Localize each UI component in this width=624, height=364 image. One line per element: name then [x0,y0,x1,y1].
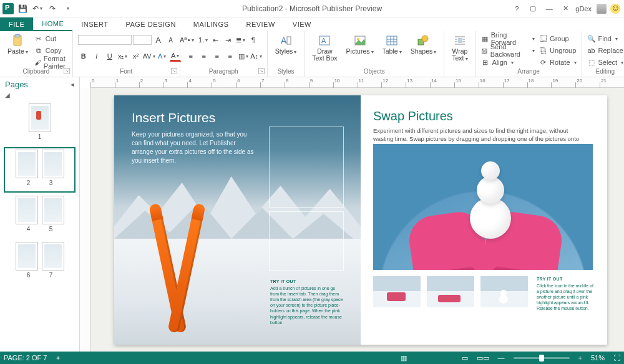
page-thumb-4[interactable] [16,196,38,224]
ruler-horizontal[interactable]: 012345678910111213141516171819202122 [90,77,624,88]
ruler-vertical[interactable] [80,88,90,352]
char-spacing-button[interactable]: AV [144,50,155,62]
cut-button[interactable]: ✂Cut [34,33,67,44]
pointer-mode-icon[interactable]: ⌖ [56,354,60,362]
swap-thumb-1[interactable] [373,276,421,307]
close-button[interactable]: ✕ [559,4,572,14]
feedback-smiley-icon[interactable] [610,4,620,14]
tab-home[interactable]: HOME [33,17,72,31]
draw-textbox-button[interactable]: ADraw Text Box [310,33,339,63]
align-right-button[interactable]: ≡ [212,50,223,62]
italic-button[interactable]: I [91,50,102,62]
zoom-slider[interactable] [514,357,570,359]
tab-page-design[interactable]: PAGE DESIGN [117,17,184,31]
ungroup-button[interactable]: ⿻Ungroup [539,45,576,56]
page-spread[interactable]: Insert Pictures Keep your pictures organ… [114,95,607,345]
pictures-button[interactable]: Pictures [344,33,376,56]
zoom-out-button[interactable]: — [498,354,505,362]
pages-panel-expand-triangle[interactable]: ◢ [0,92,79,98]
page-num-7: 7 [40,272,62,279]
tab-review[interactable]: REVIEW [237,17,283,31]
select-button[interactable]: ⬚Select [587,57,624,68]
picture-placeholder-2[interactable] [269,211,344,271]
page-right[interactable]: Swap Pictures Experiment with different … [361,95,607,345]
qat-customize-button[interactable] [61,2,74,15]
caret-position-icon[interactable]: ▥ [401,354,407,362]
page-thumb-2[interactable] [16,150,38,178]
zoom-slider-thumb[interactable] [539,355,544,362]
clipboard-launcher[interactable]: ↘ [64,68,70,74]
align-center-button[interactable]: ≡ [198,50,210,62]
superscript-button[interactable]: x² [130,50,142,62]
zoom-level-label[interactable]: 51% [591,354,605,362]
help-button[interactable]: ? [510,4,523,14]
styles-icon: A [280,34,292,47]
styles-button[interactable]: A Styles [273,33,300,56]
page-thumb-3[interactable] [42,150,64,178]
page-num-1: 1 [29,133,51,140]
page-thumb-5[interactable] [42,196,64,224]
bold-button[interactable]: B [78,50,89,62]
align-left-button[interactable]: ≡ [185,50,197,62]
qat-save-button[interactable]: 💾 [16,2,29,15]
canvas[interactable]: Insert Pictures Keep your pictures organ… [90,88,624,352]
font-family-input[interactable] [78,35,132,45]
decrease-indent-button[interactable]: ⇤ [210,34,222,46]
shrink-font-button[interactable]: A [165,34,177,46]
shapes-button[interactable]: Shapes [408,33,439,56]
ribbon-display-options[interactable]: ▢ [527,4,539,14]
tab-view[interactable]: VIEW [284,17,320,31]
group-objects-button[interactable]: ⿺Group [539,33,576,44]
tab-file[interactable]: FILE [0,17,33,31]
fit-page-button[interactable]: ⛶ [613,354,620,362]
minimize-button[interactable]: — [543,4,555,14]
underline-button[interactable]: U [104,50,115,62]
pilcrow-button[interactable]: ¶ [248,34,259,46]
swap-thumb-3[interactable] [480,276,528,307]
numbering-button[interactable]: 1. [198,34,209,46]
font-size-input[interactable] [133,35,152,45]
styles-label: Styles [275,48,297,55]
picture-placeholder-1[interactable] [269,127,344,208]
wrap-text-button[interactable]: Wrap Text [449,33,470,63]
send-backward-button[interactable]: ▨Send Backward [481,45,535,56]
find-button[interactable]: 🔍Find [587,33,624,44]
ribbon-tabs: FILE HOME INSERT PAGE DESIGN MAILINGS RE… [0,17,624,31]
paste-button[interactable]: Paste [5,33,31,56]
page-thumb-1[interactable] [29,103,51,132]
subscript-button[interactable]: x₂ [117,50,129,62]
hero-picture[interactable] [373,144,593,270]
page-thumb-7[interactable] [42,242,64,271]
text-effects-button[interactable]: A [157,50,168,62]
user-avatar[interactable] [597,4,607,14]
qat-redo-button[interactable]: ↷ [46,2,59,15]
app-icon[interactable] [2,3,14,14]
tab-insert[interactable]: INSERT [72,17,117,31]
text-direction-button[interactable]: A↕ [251,50,262,62]
qat-undo-button[interactable]: ↶ [31,2,44,15]
align-button[interactable]: ⊞Align [481,57,535,68]
pages-panel-collapse-button[interactable]: ◂ [71,80,74,89]
zoom-in-button[interactable]: + [578,354,582,362]
tab-mailings[interactable]: MAILINGS [185,17,238,31]
bullets-button[interactable]: • [185,34,197,46]
font-launcher[interactable]: ↘ [171,68,177,74]
increase-indent-button[interactable]: ⇥ [223,34,234,46]
page-indicator[interactable]: PAGE: 2 OF 7 [4,354,47,362]
page-left[interactable]: Insert Pictures Keep your pictures organ… [114,95,361,345]
paragraph-launcher[interactable]: ↘ [258,68,265,74]
columns-button[interactable]: ▥ [238,50,249,62]
table-button[interactable]: Table [380,33,404,56]
rotate-button[interactable]: ⟳Rotate [539,57,576,68]
line-spacing-button[interactable]: ≣ [235,34,246,46]
replace-button[interactable]: abReplace [587,45,624,56]
view-single-page-button[interactable]: ▭ [462,354,468,362]
grow-font-button[interactable]: A [153,34,164,46]
swap-thumb-2[interactable] [427,276,474,307]
paste-label: Paste [7,48,28,55]
format-painter-button[interactable]: 🖌Format Painter [34,57,67,68]
justify-button[interactable]: ≡ [225,50,236,62]
font-color-button[interactable]: A [170,50,181,62]
page-thumb-6[interactable] [16,242,38,271]
view-two-page-button[interactable]: ▭▭ [477,354,489,362]
